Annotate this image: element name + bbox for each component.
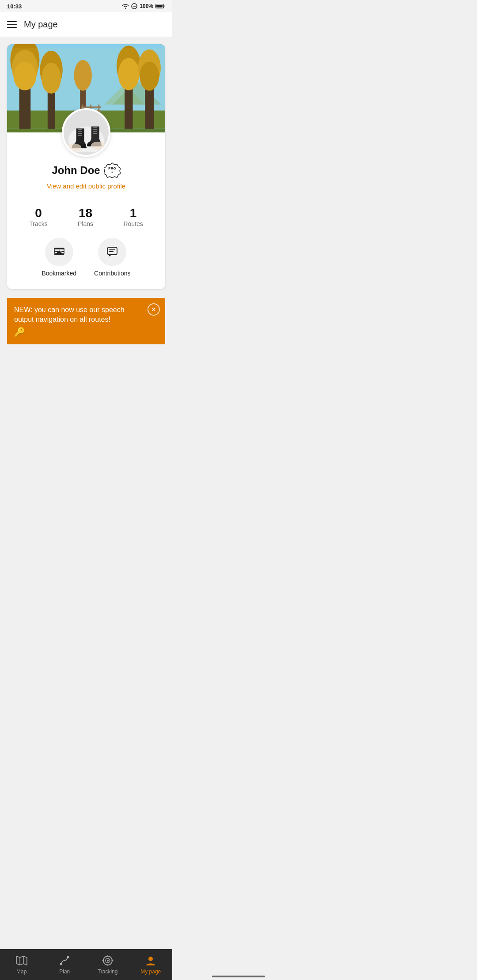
bookmarked-icon [53, 246, 65, 258]
svg-rect-50 [107, 247, 117, 255]
stat-plans-value: 18 [78, 206, 93, 220]
stat-tracks: 0 Tracks [29, 206, 47, 227]
bookmarked-button[interactable]: Bookmarked [42, 238, 76, 277]
battery-icon [155, 4, 165, 9]
profile-card: John Doe PRO + View and edit public prof… [7, 44, 165, 289]
notification-banner: ✕ NEW: you can now use our speech output… [7, 298, 165, 344]
avatar[interactable] [62, 108, 110, 157]
profile-name: John Doe [52, 164, 100, 177]
action-buttons: Bookmarked Contributions [14, 231, 158, 279]
stats-row: 0 Tracks 18 Plans 1 Routes [14, 199, 158, 231]
svg-text:+: + [111, 171, 113, 174]
stat-tracks-value: 0 [29, 206, 47, 220]
main-content: John Doe PRO + View and edit public prof… [0, 37, 172, 387]
pro-badge: PRO + [104, 162, 121, 179]
profile-name-row: John Doe PRO + [14, 162, 158, 179]
notification-action-icon: 🔑 [14, 327, 25, 337]
svg-point-49 [60, 250, 62, 252]
top-nav: My page [0, 12, 172, 37]
profile-info: John Doe PRO + View and edit public prof… [7, 157, 165, 289]
edit-profile-link[interactable]: View and edit public profile [14, 182, 158, 190]
battery-text: 100% [140, 3, 153, 9]
wifi-icon [122, 4, 129, 9]
contributions-icon [106, 246, 118, 258]
contributions-label: Contributions [94, 270, 131, 277]
svg-point-41 [91, 142, 105, 150]
notification-close-button[interactable]: ✕ [148, 303, 160, 316]
svg-text:PRO: PRO [108, 166, 116, 170]
svg-rect-3 [156, 5, 163, 8]
page-title: My page [24, 19, 58, 30]
stat-plans-label: Plans [78, 220, 93, 227]
stat-plans: 18 Plans [78, 206, 93, 227]
bookmarked-label: Bookmarked [42, 270, 76, 277]
stat-routes-label: Routes [123, 220, 143, 227]
avatar-wrapper [7, 108, 165, 157]
contributions-icon-circle [98, 238, 126, 266]
hamburger-menu[interactable] [7, 21, 17, 28]
stat-tracks-label: Tracks [29, 220, 47, 227]
status-icons: 100% [122, 3, 165, 9]
status-time: 10:33 [7, 3, 22, 10]
status-bar: 10:33 100% [0, 0, 172, 12]
stat-routes: 1 Routes [123, 206, 143, 227]
notification-text: NEW: you can now use our speech output n… [14, 305, 158, 325]
svg-point-40 [67, 143, 81, 151]
stat-routes-value: 1 [123, 206, 143, 220]
contributions-button[interactable]: Contributions [94, 238, 131, 277]
dnd-icon [131, 3, 137, 9]
bookmarked-icon-circle [45, 238, 73, 266]
avatar-image [66, 113, 106, 152]
